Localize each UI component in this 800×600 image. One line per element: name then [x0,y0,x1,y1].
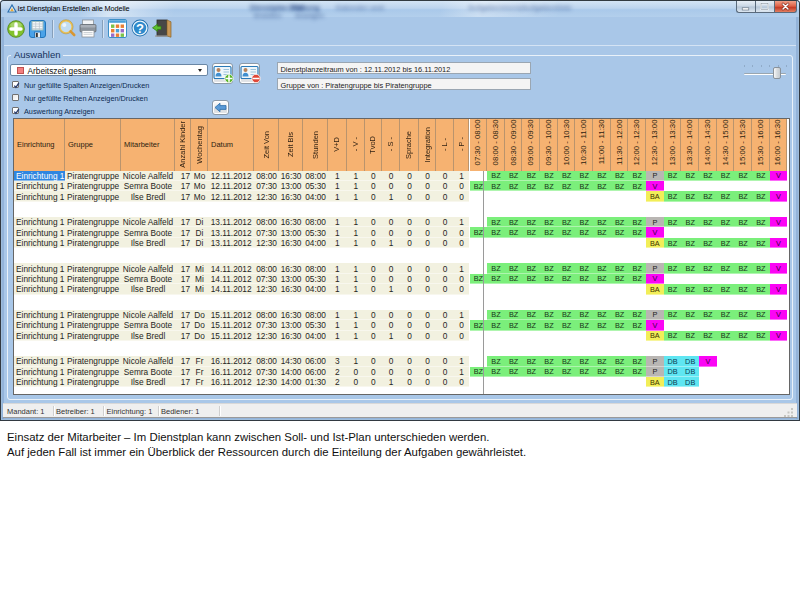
svg-text:?: ? [136,21,144,36]
